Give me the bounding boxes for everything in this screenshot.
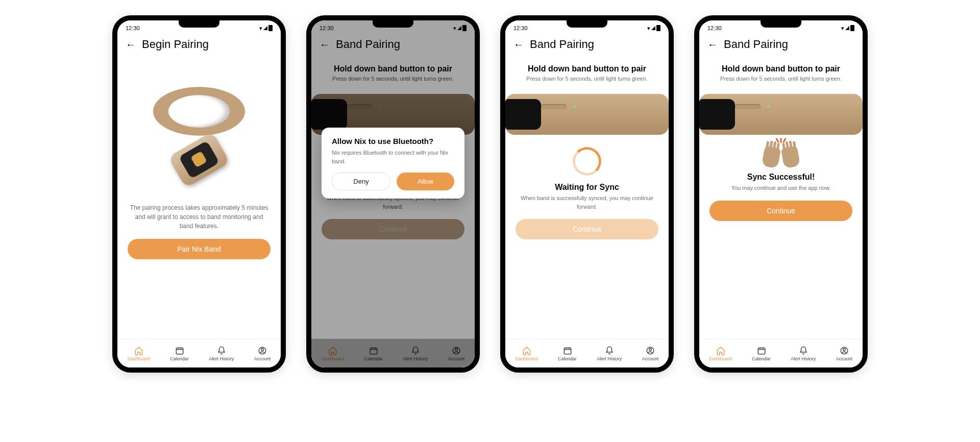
band-side-image <box>505 94 669 135</box>
calendar-icon <box>563 346 572 355</box>
home-icon <box>134 346 143 355</box>
svg-point-11 <box>843 348 846 351</box>
sync-spinner <box>573 147 601 176</box>
signal-icon <box>651 26 655 30</box>
nav-account-label: Account <box>642 356 659 361</box>
deny-button[interactable]: Deny <box>332 173 390 190</box>
status-icons: ▾ <box>647 25 660 32</box>
instruction-sub: Press down for 5 seconds, until light tu… <box>720 76 842 82</box>
status-icons: ▾ <box>259 25 273 32</box>
phone-sync-successful: 12:30 ▾ ← Band Pairing Hold down band bu… <box>694 15 868 373</box>
continue-button[interactable]: Continue <box>709 201 852 221</box>
status-time: 12:30 <box>707 25 722 31</box>
home-icon <box>716 346 725 355</box>
battery-icon <box>268 25 273 31</box>
signal-icon <box>845 26 849 30</box>
celebrate-hands-icon <box>763 147 799 167</box>
nav-calendar-label: Calendar <box>170 356 189 361</box>
nav-dashboard[interactable]: Dashboard <box>516 346 538 361</box>
continue-button: Continue <box>516 219 658 239</box>
bottom-nav: Dashboard Calendar Alert History Account <box>699 339 863 367</box>
instruction-sub: Press down for 5 seconds, until light tu… <box>526 76 648 82</box>
status-bar: 12:30 ▾ <box>699 20 863 34</box>
nav-calendar[interactable]: Calendar <box>558 346 577 361</box>
calendar-icon <box>757 346 766 355</box>
nav-dashboard-label: Dashboard <box>516 356 538 361</box>
status-time: 12:30 <box>126 25 140 31</box>
band-side-image <box>699 94 863 135</box>
pair-band-button[interactable]: Pair Nix Band <box>128 239 271 259</box>
nav-alert-history[interactable]: Alert History <box>597 346 622 361</box>
nav-account[interactable]: Account <box>254 346 271 361</box>
allow-button[interactable]: Allow <box>397 173 454 190</box>
svg-rect-0 <box>176 348 183 354</box>
sync-status-sub: When band is successfully synced, you ma… <box>516 194 658 211</box>
status-bar: 12:30 ▾ <box>505 20 669 34</box>
instruction-heading: Hold down band button to pair <box>722 64 840 73</box>
sync-status-sub: You may continue and use the app now. <box>731 184 831 192</box>
nav-account[interactable]: Account <box>642 346 659 361</box>
svg-point-8 <box>649 348 652 351</box>
sync-status-title: Waiting for Sync <box>555 183 619 192</box>
wifi-icon: ▾ <box>259 25 262 32</box>
bluetooth-permission-modal: Allow Nix to use Bluetooth? Nix requires… <box>322 128 464 199</box>
nav-alert-label: Alert History <box>597 356 622 361</box>
status-icons: ▾ <box>841 25 854 32</box>
account-icon <box>646 346 655 355</box>
battery-icon <box>656 25 660 31</box>
back-icon[interactable]: ← <box>707 39 718 50</box>
page-title: Band Pairing <box>724 38 788 51</box>
nav-alert-history[interactable]: Alert History <box>209 346 234 361</box>
phone-waiting-sync: 12:30 ▾ ← Band Pairing Hold down band bu… <box>500 15 674 373</box>
nav-dashboard[interactable]: Dashboard <box>709 346 732 361</box>
nav-alert-history[interactable]: Alert History <box>791 346 816 361</box>
nav-alert-label: Alert History <box>791 356 816 361</box>
nav-account-label: Account <box>254 356 271 361</box>
account-icon <box>840 346 849 355</box>
battery-icon <box>850 25 854 31</box>
phone-begin-pairing: 12:30 ▾ ← Begin Pairing The pairing proc… <box>112 15 286 373</box>
nav-calendar-label: Calendar <box>752 356 771 361</box>
signal-icon <box>263 26 267 30</box>
bell-icon <box>799 346 808 355</box>
back-icon[interactable]: ← <box>126 39 136 50</box>
status-bar: 12:30 ▾ <box>117 20 281 34</box>
nav-account[interactable]: Account <box>836 346 853 361</box>
pairing-description: The pairing process takes approximately … <box>128 203 271 231</box>
wifi-icon: ▾ <box>841 25 844 32</box>
modal-title: Allow Nix to use Bluetooth? <box>332 137 454 145</box>
header: ← Band Pairing <box>505 34 669 55</box>
bell-icon <box>605 346 614 355</box>
calendar-icon <box>175 346 184 355</box>
nav-calendar-label: Calendar <box>558 356 577 361</box>
sync-status-title: Sync Successful! <box>747 173 815 182</box>
svg-point-2 <box>261 348 264 351</box>
header: ← Band Pairing <box>699 34 863 55</box>
nav-calendar[interactable]: Calendar <box>752 346 771 361</box>
wifi-icon: ▾ <box>647 25 650 32</box>
nav-dashboard[interactable]: Dashboard <box>128 346 150 361</box>
nav-dashboard-label: Dashboard <box>128 356 150 361</box>
bottom-nav: Dashboard Calendar Alert History Account <box>117 339 281 367</box>
nav-dashboard-label: Dashboard <box>709 356 732 361</box>
back-icon[interactable]: ← <box>513 39 524 50</box>
page-title: Band Pairing <box>530 38 594 51</box>
nav-account-label: Account <box>836 356 853 361</box>
modal-body: Nix requires Bluetooth to connect with y… <box>332 149 454 165</box>
svg-rect-9 <box>758 348 765 354</box>
nav-calendar[interactable]: Calendar <box>170 346 189 361</box>
home-icon <box>522 346 531 355</box>
nav-alert-label: Alert History <box>209 356 234 361</box>
phone-bluetooth-prompt: 12:30 ▾ ← Band Pairing Hold down band bu… <box>306 15 480 373</box>
bottom-nav: Dashboard Calendar Alert History Account <box>505 339 669 367</box>
bell-icon <box>217 346 226 355</box>
header: ← Begin Pairing <box>117 34 281 55</box>
svg-rect-6 <box>564 348 571 354</box>
page-title: Begin Pairing <box>142 38 209 51</box>
instruction-heading: Hold down band button to pair <box>528 64 646 73</box>
band-image <box>148 65 250 198</box>
status-time: 12:30 <box>513 25 528 31</box>
account-icon <box>258 346 267 355</box>
